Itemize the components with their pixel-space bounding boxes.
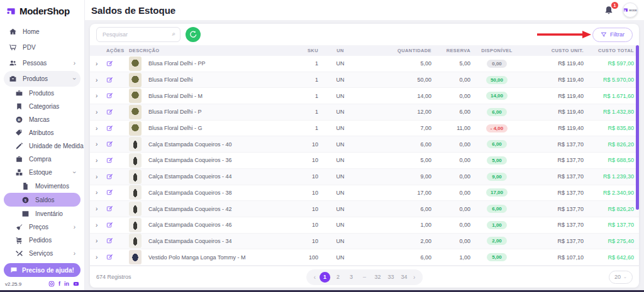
expand-row-button[interactable]: ›	[90, 237, 106, 244]
expand-row-button[interactable]: ›	[90, 205, 106, 212]
expand-row-button[interactable]: ›	[90, 173, 106, 180]
edit-icon[interactable]	[106, 60, 113, 67]
edit-icon[interactable]	[106, 157, 113, 164]
table-footer: 674 Registros ‹ 123–323334› 20 ⌄	[90, 266, 639, 288]
sidebar-item-inventario[interactable]: Inventário	[4, 207, 80, 220]
sidebar-item-servicos[interactable]: Serviços ›	[4, 247, 80, 260]
row-actions	[106, 222, 129, 229]
page-button[interactable]: 1	[319, 272, 330, 283]
facebook-icon[interactable]: f	[58, 281, 60, 287]
sidebar-item-pedidos[interactable]: Pedidos	[4, 234, 80, 247]
sidebar-item-unidade-de-medida[interactable]: Unidade de Medida	[4, 139, 80, 153]
refresh-button[interactable]	[186, 27, 201, 42]
expand-row-button[interactable]: ›	[90, 109, 106, 116]
page-button[interactable]: 32	[372, 272, 383, 283]
page-button[interactable]: 2	[333, 272, 343, 283]
row-actions	[106, 173, 129, 180]
expand-row-button[interactable]: ›	[90, 125, 106, 132]
brand-logo[interactable]: ModerShop	[0, 0, 84, 21]
previous-page-button[interactable]: ‹	[313, 274, 317, 281]
available-cell: 6,00	[470, 108, 523, 116]
user-avatar[interactable]: MODE	[623, 3, 638, 18]
sidebar-item-categorias[interactable]: Categorias	[4, 100, 80, 113]
unit-cell: UN	[318, 190, 362, 196]
product-name: Blusa Floral Delhi - G	[148, 125, 203, 131]
expand-row-button[interactable]: ›	[90, 141, 106, 148]
reserve-cell: 0,00	[431, 157, 470, 163]
version-label: v2.25.9	[5, 281, 21, 287]
sidebar-item-produtos-group[interactable]: Produtos ›	[4, 71, 80, 87]
available-cell: 9,00	[470, 173, 523, 181]
sidebar-item-label: Categorias	[29, 103, 75, 110]
sidebar-item-compra[interactable]: Compra	[4, 153, 80, 166]
row-actions	[106, 125, 129, 132]
edit-icon[interactable]	[106, 125, 113, 132]
unit-cost-cell: R$ 119,40	[523, 125, 584, 131]
edit-icon[interactable]	[106, 222, 113, 229]
quantity-cell: 17,00	[362, 190, 431, 196]
edit-icon[interactable]	[106, 77, 113, 84]
sidebar-item-produtos[interactable]: Produtos	[4, 87, 80, 100]
help-button[interactable]: Preciso de ajuda!	[4, 263, 80, 277]
expand-row-button[interactable]: ›	[90, 92, 106, 99]
unit-cell: UN	[318, 222, 362, 228]
sidebar-item-estoque[interactable]: Estoque ›	[4, 166, 80, 179]
edit-icon[interactable]	[106, 237, 113, 244]
page-button[interactable]: 34	[399, 272, 409, 283]
sidebar-item-label: Saldos	[35, 197, 75, 203]
notifications-button[interactable]: 1	[604, 4, 616, 16]
expand-row-button[interactable]: ›	[90, 189, 106, 196]
table-header-row: AÇÕES DESCRIÇÃO SKU UN QUANTIDADE RESERV…	[90, 45, 639, 56]
search-input[interactable]	[96, 27, 180, 42]
edit-icon[interactable]	[106, 173, 113, 180]
edit-icon[interactable]	[106, 205, 113, 212]
page-button[interactable]: 3	[346, 272, 357, 283]
coin-icon: $	[21, 196, 30, 204]
edit-icon[interactable]	[106, 254, 113, 261]
reserve-cell: 5,00	[431, 60, 470, 67]
expand-row-button[interactable]: ›	[90, 60, 106, 67]
youtube-icon[interactable]	[73, 281, 79, 287]
sidebar-item-label: Produtos	[23, 75, 68, 82]
sidebar-item-atributos[interactable]: Atributos	[4, 126, 80, 139]
refresh-icon	[189, 31, 197, 38]
edit-icon[interactable]	[106, 92, 113, 99]
page-size-select[interactable]: 20 ⌄	[609, 271, 633, 284]
sidebar-item-precos[interactable]: Preços ›	[4, 220, 80, 234]
filter-button[interactable]: Filtrar	[592, 28, 633, 42]
linkedin-icon[interactable]: in	[64, 281, 69, 287]
sidebar-item-pdv[interactable]: PDV	[4, 40, 80, 55]
availability-badge: - 4,00	[486, 124, 508, 132]
expand-row-button[interactable]: ›	[90, 222, 106, 229]
page-ellipsis: –	[359, 272, 370, 283]
sidebar-item-label: Pedidos	[29, 237, 75, 244]
stacked-boxes-icon	[15, 168, 23, 176]
edit-icon[interactable]	[106, 109, 113, 116]
reserve-cell: 1,00	[431, 254, 470, 261]
sidebar-item-pessoas[interactable]: Pessoas ›	[4, 55, 80, 71]
product-description-cell: Blusa Floral Delhi	[129, 73, 280, 87]
edit-icon[interactable]	[106, 189, 113, 196]
sidebar-item-movimentos[interactable]: Movimentos	[4, 179, 80, 193]
vertical-scrollbar[interactable]	[636, 45, 639, 210]
expand-row-button[interactable]: ›	[90, 157, 106, 164]
total-cost-cell: R$ 275,40	[584, 238, 639, 244]
expand-row-button[interactable]: ›	[90, 77, 106, 84]
product-name: Calça Estampada Coqueiros - 42	[148, 206, 232, 212]
expand-row-button[interactable]: ›	[90, 254, 106, 261]
total-cost-cell: R$ 2.340,90	[584, 190, 639, 196]
product-name: Calça Estampada Coqueiros - 36	[148, 157, 232, 163]
row-actions	[106, 157, 129, 164]
quantity-cell: 2,00	[362, 238, 431, 244]
sidebar-item-home[interactable]: Home	[4, 24, 80, 40]
edit-icon[interactable]	[106, 141, 113, 148]
pencil-icon	[15, 142, 23, 150]
sidebar-item-saldos[interactable]: $ Saldos	[4, 193, 80, 207]
next-page-button[interactable]: ›	[412, 274, 416, 281]
quantity-cell: 5,00	[362, 157, 431, 163]
sidebar-item-marcas[interactable]: R Marcas	[4, 113, 80, 126]
unit-cell: UN	[318, 60, 362, 67]
page-button[interactable]: 33	[386, 272, 396, 283]
available-cell: 2,00	[470, 237, 523, 245]
instagram-icon[interactable]	[48, 281, 55, 287]
